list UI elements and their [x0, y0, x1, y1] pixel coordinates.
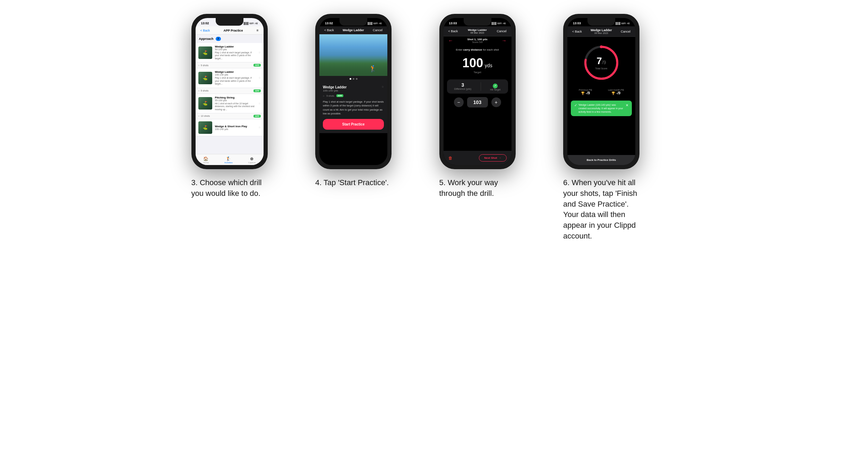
drill-desc-2: Play 1 shot at each target yardage. If y…	[215, 77, 256, 85]
drill-thumb-4	[198, 121, 212, 134]
hero-image-2: 🏌️	[319, 34, 387, 76]
star-icon-4[interactable]: ☆	[258, 126, 261, 129]
app-badge-3: APP	[253, 115, 260, 118]
clock-icon-2: ○	[198, 89, 200, 92]
detail-shots: 9 shots	[326, 95, 334, 97]
score-sublabel: Total Score	[595, 67, 607, 70]
golfer-silhouette: 🏌️	[369, 65, 377, 72]
phone-screen-3: 13:03 ▐▐▐ WiFi 46 < Back Wedge Ladder 06…	[444, 18, 512, 165]
score-content: 7/9 Total Score Previous PB 🏆 -/9	[567, 37, 635, 165]
increment-button[interactable]: +	[491, 97, 501, 107]
bottom-nav-home[interactable]: 🏠 Home	[203, 156, 209, 164]
phone-section-1: 13:02 ▐▐▐ WiFi 46 < Back APP Practice ≡ …	[191, 14, 305, 199]
next-shot-button[interactable]: Next Shot →	[479, 154, 506, 162]
star-icon-1[interactable]: ☆	[258, 51, 261, 54]
target-value: 100	[462, 56, 483, 70]
nav-title-2: Wedge Ladder	[343, 28, 364, 32]
bottom-nav-capture[interactable]: ⊕ Capture	[248, 156, 256, 164]
score-label: Score 5/9	[467, 41, 487, 43]
star-icon-3[interactable]: ☆	[258, 102, 261, 105]
capture-label: Capture	[248, 162, 256, 164]
drill-info-4: Wedge & Short Iron Play 100-140 yds	[215, 125, 256, 130]
drill-item-1[interactable]: Wedge Ladder 50-100 yds Play 1 shot at e…	[196, 43, 264, 62]
battery-icon-3: 46	[503, 22, 506, 25]
phone-frame-4: 13:03 ▐▐▐ WiFi 46 < Back Wedge Ladder 06…	[563, 14, 639, 169]
back-to-drills-button[interactable]: Back to Practice Drills	[567, 155, 635, 165]
prev-arrow[interactable]: ←	[448, 38, 453, 43]
nav-back-3[interactable]: < Back	[448, 29, 458, 33]
score-value: 7	[596, 55, 602, 66]
nav-right-2[interactable]: Cancel	[373, 28, 383, 32]
drill-info-1: Wedge Ladder 50-100 yds Play 1 shot at e…	[215, 45, 256, 60]
status-time-3: 13:03	[449, 21, 457, 25]
nav-back-1[interactable]: < Back	[200, 29, 210, 32]
target-display: 100 yds Target	[447, 57, 508, 74]
drill-yards-4: 100-140 yds	[215, 128, 256, 130]
drill-yards-3: 55-100 yds	[215, 99, 256, 102]
nav-back-2[interactable]: < Back	[324, 28, 334, 32]
shots-label-2: ○ 9 shots	[198, 89, 209, 92]
drill-thumb-img-3	[198, 97, 212, 110]
nav-title-sub-3: 06 Mar 2023	[468, 32, 487, 34]
score-center: 7/9 Total Score	[595, 56, 607, 70]
drill-info-2: Wedge Ladder 100-140 yds Play 1 shot at …	[215, 70, 256, 85]
svg-point-2	[600, 45, 603, 48]
drill-item-3[interactable]: Pitching String 55-100 yds Hit 1 shot at…	[196, 94, 264, 113]
clock-icon-1: ○	[198, 64, 200, 67]
trophy-icon-2: 🏆	[611, 92, 615, 95]
phone-frame-2: 13:02 ▐▐▐ WiFi 46 < Back Wedge Ladder Ca…	[315, 14, 392, 169]
toast-check-icon: ✓	[574, 103, 577, 107]
phone-notch-4	[587, 18, 615, 26]
status-icons-2: ▐▐▐ WiFi 46	[367, 22, 382, 25]
battery-icon-2: 46	[379, 22, 382, 25]
activities-icon: 🏌️	[226, 156, 231, 161]
wifi-icon: WiFi	[249, 22, 254, 25]
drill-desc-1: Play 1 shot at each target yardage. If y…	[215, 51, 256, 60]
app-badge-2: APP	[253, 89, 260, 92]
detail-shots-row: ○ 9 shots APP	[323, 94, 384, 97]
home-icon: 🏠	[203, 156, 208, 161]
distance-input[interactable]	[467, 97, 488, 107]
star-icon-2[interactable]: ☆	[258, 76, 261, 79]
carry-label: Enter carry distance for each shot	[447, 48, 508, 51]
menu-icon-1[interactable]: ≡	[257, 28, 259, 32]
nav-title-main-3: Wedge Ladder	[468, 28, 487, 32]
phone-section-3: 13:03 ▐▐▐ WiFi 46 < Back Wedge Ladder 06…	[439, 14, 553, 199]
status-icons-1: ▐▐▐ WiFi 46	[243, 22, 258, 25]
star-icon-detail[interactable]: ☆	[381, 85, 384, 88]
hit-target-label: Hit Target	[490, 88, 500, 91]
stats-row: 3 Difference (yds) ✓ Hit Target	[447, 79, 508, 94]
wifi-icon-4: WiFi	[621, 22, 626, 25]
nav-right-3[interactable]: Cancel	[497, 29, 506, 33]
prev-pb-label: Previous PB	[579, 89, 592, 91]
drill-yards-2: 100-140 yds	[215, 73, 256, 76]
drill-item-4[interactable]: Wedge & Short Iron Play 100-140 yds ☆	[196, 119, 264, 136]
start-practice-button[interactable]: Start Practice	[323, 119, 384, 130]
shot-label: Shot 1, 100 yds	[467, 38, 487, 41]
phone-screen-4: 13:03 ▐▐▐ WiFi 46 < Back Wedge Ladder 06…	[567, 18, 635, 165]
nav-title-main-4: Wedge Ladder	[591, 28, 612, 32]
trophy-icon-1: 🏆	[581, 92, 585, 95]
drill-yards-1: 50-100 yds	[215, 48, 256, 51]
nav-bar-4: < Back Wedge Ladder 06 Mar 2023 Cancel	[567, 26, 635, 37]
nav-title-sub-4: 06 Mar 2023	[591, 32, 612, 34]
drill-thumb-img-2	[198, 72, 212, 84]
next-arrow[interactable]: →	[502, 38, 507, 43]
drill-thumb-img-1	[198, 46, 212, 59]
nav-right-4[interactable]: Cancel	[621, 30, 630, 33]
drill-item-2[interactable]: Wedge Ladder 100-140 yds Play 1 shot at …	[196, 68, 264, 88]
phone-notch-1	[216, 18, 243, 26]
drill-name-3: Pitching String	[215, 96, 256, 99]
caption-4: 6. When you've hit all your shots, tap '…	[563, 178, 639, 242]
drill-desc-3: Hit 1 shot at each of the 10 target dist…	[215, 102, 256, 111]
pb-row: Previous PB 🏆 -/9 Last month PB 🏆 -/9	[571, 89, 632, 95]
dot-2	[353, 78, 354, 80]
bottom-nav-activities[interactable]: 🏌️ Activities	[224, 156, 233, 164]
nav-back-4[interactable]: < Back	[572, 30, 582, 33]
section-count-1: 7	[216, 37, 221, 41]
trash-icon[interactable]: 🗑	[448, 156, 453, 161]
dot-1	[350, 78, 351, 80]
toast-close-icon[interactable]: ✕	[626, 103, 628, 107]
clock-icon-3: ○	[198, 115, 200, 117]
decrement-button[interactable]: −	[454, 97, 464, 107]
